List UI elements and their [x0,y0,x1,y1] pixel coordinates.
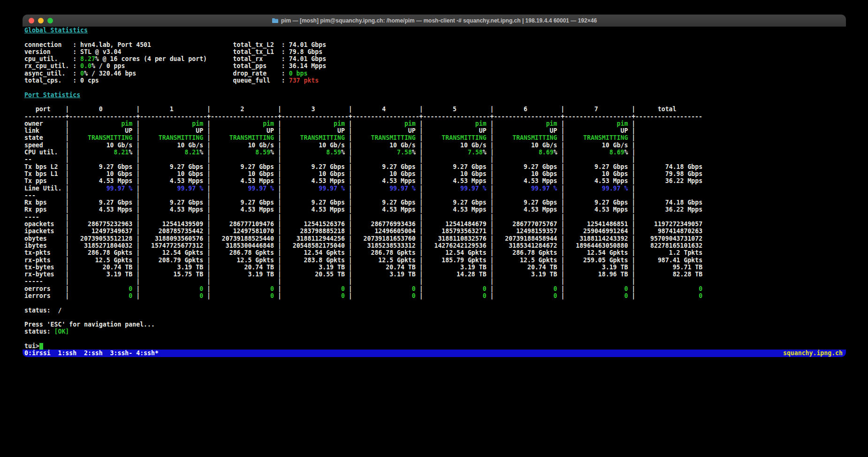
row-label: tx-pkts | [24,249,69,256]
cell: 10 Gbps [423,170,487,177]
pipe: | [416,185,423,192]
row-rx-pps: Rx pps | 4.53 Mpps | 4.53 Mpps | 4.53 Mp… [23,206,846,213]
tui-prompt-line[interactable]: tui> [23,343,846,350]
pipe: | [345,257,352,264]
cell: 9.27 Gbps [211,163,274,170]
pipe: | [628,292,635,299]
status-spinner: / [51,307,62,314]
cell: 0 [635,292,702,299]
global-stats-left-column: connection: hvn4.lab, Port 4501 version:… [23,41,231,84]
close-button[interactable] [29,18,34,23]
cell: 3185271804032 [69,242,132,249]
pipe: | [132,213,140,221]
cell: 8.59 [211,149,270,156]
minimize-button[interactable] [38,18,44,23]
cell: 0 [423,285,487,292]
pipe: | [487,213,494,221]
row-tx-bps-l2: Tx bps L2 | 9.27 Gbps | 9.27 Gbps | 9.27… [23,163,846,170]
pipe: | [132,192,140,199]
cell: 20.74 TB [211,264,274,271]
pipe: | [487,235,494,242]
pipe: | [628,199,635,206]
pipe: | [628,235,635,242]
cell: 0 [494,285,557,292]
cell: 12541484679 [423,221,487,228]
cell: 9.27 Gbps [564,199,628,206]
pipe: | [132,199,140,206]
status-ok-badge: [OK] [54,328,69,335]
window-title: pim — [mosh] pim@squanchy.ipng.ch: /home… [23,17,846,24]
column-header: 0 | [69,106,140,113]
pipe: | [274,192,282,199]
row-ibytes: ibytes | 3185271804032 | 15747725677312 … [23,242,846,249]
cell: % [412,149,416,156]
terminal-screen[interactable]: Global Statistics connection: hvn4.lab, … [23,27,846,357]
cell: TRANSMITTING [69,134,132,141]
pipe: | [557,242,565,249]
pipe: | [132,134,140,141]
pipe: | [274,185,282,192]
cell [564,192,628,199]
stat-total-pps: total_pps: 36.14 Mpps [231,62,327,69]
cell [140,213,203,221]
cell: 99.97 % [211,185,274,192]
pipe: | [132,177,140,184]
pipe: | [628,278,635,285]
cell: 4.53 Mpps [282,206,345,213]
cell: 82.28 TB [635,271,702,278]
cell [635,120,702,127]
pipe: | [203,242,211,249]
cell [69,192,132,199]
pipe: | [345,185,352,192]
pipe: | [274,120,282,127]
pipe: | [557,177,565,184]
cell: 12541486851 [564,221,628,228]
pipe: | [487,142,494,149]
pipe: | [557,228,565,235]
blank-line [23,84,846,91]
pipe: | [487,192,494,199]
cell: 4.53 Mpps [564,206,628,213]
cell: 286.78 Gpkts [352,249,416,256]
cell [140,156,203,163]
tmux-window-list[interactable]: 0:irssi 1:ssh 2:ssh 3:ssh- 4:ssh* [24,350,159,357]
terminal-window: pim — [mosh] pim@squanchy.ipng.ch: /home… [23,15,846,357]
pipe: | [274,221,282,228]
pipe: | [628,120,635,127]
cell [352,192,416,199]
window-titlebar[interactable]: pim — [mosh] pim@squanchy.ipng.ch: /home… [23,15,846,27]
pipe: | [345,242,352,249]
pipe: | [345,142,352,149]
pipe: | [487,177,494,184]
cell: 208785735442 [140,228,203,235]
pipe: | [487,228,494,235]
pipe: | [203,177,211,184]
cell: UP [282,127,345,134]
row-speed: speed | 10 Gb/s | 10 Gb/s | 10 Gb/s | 10… [23,142,846,149]
pipe: | [132,264,140,271]
cell [69,278,132,285]
cell: 74.18 Gbps [635,163,702,170]
cell: 4.53 Mpps [69,177,132,184]
pipe: | [557,213,565,221]
pipe: | [628,149,636,156]
cell [352,278,416,285]
port-statistics-table: port | 0 | 1 | 2 | 3 | 4 | 5 | 6 | 7 | t… [23,106,846,299]
cell [282,156,345,163]
pipe: | [487,120,494,127]
pipe: | [345,120,352,127]
cell: 10 Gb/s [69,142,132,149]
row-ierrors: ierrors | 0 | 0 | 0 | 0 | 0 | 0 | 0 | 0 … [23,292,846,299]
cell [282,278,345,285]
pipe: | [274,134,282,141]
pipe: | [557,185,565,192]
pipe: | [487,285,494,292]
traffic-lights [29,15,53,27]
cell [211,213,274,221]
tui-prompt: tui> [24,343,39,350]
cell: 0 [282,285,345,292]
cell: 12497349637 [69,228,132,235]
zoom-button[interactable] [47,18,53,23]
pipe: | [628,221,635,228]
cell: 283798885218 [282,228,345,235]
